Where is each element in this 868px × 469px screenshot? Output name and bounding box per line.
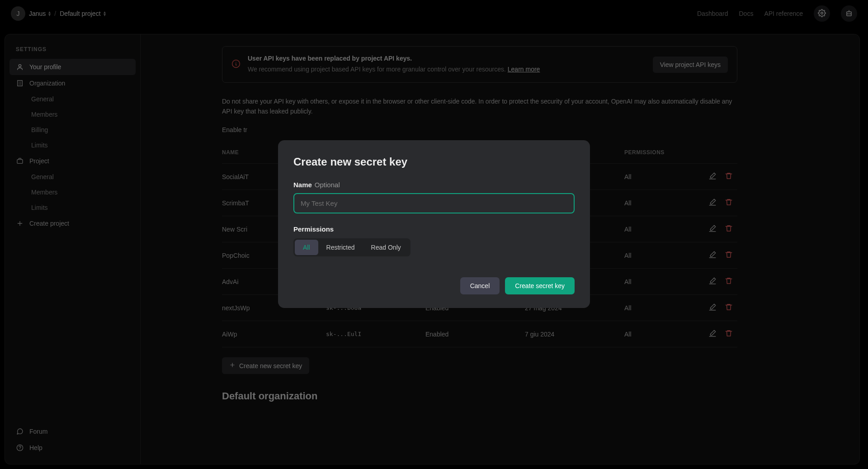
key-name-input[interactable] [293,193,575,213]
create-secret-key-button[interactable]: Create secret key [505,277,575,294]
perm-restricted[interactable]: Restricted [318,240,363,255]
perm-readonly[interactable]: Read Only [363,240,409,255]
modal-overlay[interactable]: Create new secret key NameOptional Permi… [0,0,868,469]
cancel-button[interactable]: Cancel [460,277,500,294]
perm-all[interactable]: All [295,240,318,255]
create-key-modal: Create new secret key NameOptional Permi… [278,140,590,308]
permissions-segmented: All Restricted Read Only [293,238,410,256]
modal-title: Create new secret key [293,156,575,168]
permissions-label: Permissions [293,225,575,233]
name-field-label: NameOptional [293,181,575,189]
